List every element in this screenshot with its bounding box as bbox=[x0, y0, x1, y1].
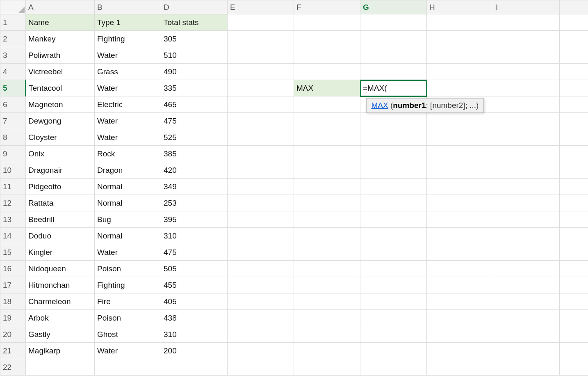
cell-B1[interactable]: Type 1 bbox=[95, 14, 161, 31]
cell-B11[interactable]: Normal bbox=[95, 179, 161, 195]
row-header-14[interactable]: 14 bbox=[0, 228, 26, 244]
cell-J7[interactable] bbox=[560, 113, 588, 129]
cell-J21[interactable] bbox=[560, 343, 588, 359]
cell-E19[interactable] bbox=[228, 310, 294, 326]
cell-A20[interactable]: Gastly bbox=[26, 326, 95, 343]
row-header-21[interactable]: 21 bbox=[0, 343, 26, 359]
cell-J19[interactable] bbox=[560, 310, 588, 326]
cell-H9[interactable] bbox=[427, 146, 493, 162]
cell-G20[interactable] bbox=[360, 326, 427, 343]
row-header-18[interactable]: 18 bbox=[0, 293, 26, 310]
cell-H4[interactable] bbox=[427, 64, 493, 80]
cell-J6[interactable] bbox=[560, 96, 588, 113]
row-header-20[interactable]: 20 bbox=[0, 326, 26, 343]
formula-signature-tooltip[interactable]: MAX (number1; [number2]; ...) bbox=[366, 98, 484, 113]
cell-J12[interactable] bbox=[560, 195, 588, 211]
cell-B4[interactable]: Grass bbox=[95, 64, 161, 80]
cell-D17[interactable]: 455 bbox=[161, 277, 228, 293]
cell-J16[interactable] bbox=[560, 261, 588, 277]
col-header-overflow[interactable] bbox=[560, 0, 588, 14]
cell-G17[interactable] bbox=[360, 277, 427, 293]
cell-F8[interactable] bbox=[294, 129, 360, 146]
row-header-10[interactable]: 10 bbox=[0, 162, 26, 179]
cell-A10[interactable]: Dragonair bbox=[26, 162, 95, 179]
cell-H7[interactable] bbox=[427, 113, 493, 129]
cell-H20[interactable] bbox=[427, 326, 493, 343]
cell-B7[interactable]: Water bbox=[95, 113, 161, 129]
tooltip-function-link[interactable]: MAX bbox=[371, 101, 388, 110]
row-header-13[interactable]: 13 bbox=[0, 211, 26, 228]
cell-D6[interactable]: 465 bbox=[161, 96, 228, 113]
cell-I16[interactable] bbox=[493, 261, 560, 277]
cell-I1[interactable] bbox=[493, 14, 560, 31]
cell-J10[interactable] bbox=[560, 162, 588, 179]
cell-A6[interactable]: Magneton bbox=[26, 96, 95, 113]
cell-A5[interactable]: Tentacool bbox=[26, 80, 95, 96]
row-header-7[interactable]: 7 bbox=[0, 113, 26, 129]
cell-D1[interactable]: Total stats bbox=[161, 14, 228, 31]
cell-I4[interactable] bbox=[493, 64, 560, 80]
cell-H2[interactable] bbox=[427, 31, 493, 47]
cell-G1[interactable] bbox=[360, 14, 427, 31]
cell-E15[interactable] bbox=[228, 244, 294, 261]
cell-G22[interactable] bbox=[360, 359, 427, 376]
cell-B16[interactable]: Poison bbox=[95, 261, 161, 277]
col-header-I[interactable]: I bbox=[493, 0, 560, 14]
cell-H13[interactable] bbox=[427, 211, 493, 228]
cell-J2[interactable] bbox=[560, 31, 588, 47]
cell-D2[interactable]: 305 bbox=[161, 31, 228, 47]
cell-G10[interactable] bbox=[360, 162, 427, 179]
cell-F7[interactable] bbox=[294, 113, 360, 129]
cell-D7[interactable]: 475 bbox=[161, 113, 228, 129]
cell-I12[interactable] bbox=[493, 195, 560, 211]
cell-G14[interactable] bbox=[360, 228, 427, 244]
cell-J22[interactable] bbox=[560, 359, 588, 376]
cell-A18[interactable]: Charmeleon bbox=[26, 293, 95, 310]
cell-J9[interactable] bbox=[560, 146, 588, 162]
cell-G5[interactable]: =MAX( bbox=[360, 80, 427, 96]
cell-E11[interactable] bbox=[228, 179, 294, 195]
cell-I10[interactable] bbox=[493, 162, 560, 179]
cell-A12[interactable]: Rattata bbox=[26, 195, 95, 211]
cell-H19[interactable] bbox=[427, 310, 493, 326]
cell-I18[interactable] bbox=[493, 293, 560, 310]
cell-I20[interactable] bbox=[493, 326, 560, 343]
cell-F1[interactable] bbox=[294, 14, 360, 31]
cell-B10[interactable]: Dragon bbox=[95, 162, 161, 179]
cell-J13[interactable] bbox=[560, 211, 588, 228]
cell-J20[interactable] bbox=[560, 326, 588, 343]
cell-A22[interactable] bbox=[26, 359, 95, 376]
row-header-22[interactable]: 22 bbox=[0, 359, 26, 376]
cell-E3[interactable] bbox=[228, 47, 294, 64]
cell-G8[interactable] bbox=[360, 129, 427, 146]
cell-J5[interactable] bbox=[560, 80, 588, 96]
col-header-D[interactable]: D bbox=[161, 0, 228, 14]
cell-I8[interactable] bbox=[493, 129, 560, 146]
cell-F11[interactable] bbox=[294, 179, 360, 195]
row-header-8[interactable]: 8 bbox=[0, 129, 26, 146]
cell-H17[interactable] bbox=[427, 277, 493, 293]
cell-I22[interactable] bbox=[493, 359, 560, 376]
cell-F22[interactable] bbox=[294, 359, 360, 376]
cell-D11[interactable]: 349 bbox=[161, 179, 228, 195]
cell-A15[interactable]: Kingler bbox=[26, 244, 95, 261]
row-header-9[interactable]: 9 bbox=[0, 146, 26, 162]
cell-B3[interactable]: Water bbox=[95, 47, 161, 64]
cell-I5[interactable] bbox=[493, 80, 560, 96]
cell-F10[interactable] bbox=[294, 162, 360, 179]
cell-D9[interactable]: 385 bbox=[161, 146, 228, 162]
row-header-19[interactable]: 19 bbox=[0, 310, 26, 326]
cell-B17[interactable]: Fighting bbox=[95, 277, 161, 293]
cell-H21[interactable] bbox=[427, 343, 493, 359]
cell-H8[interactable] bbox=[427, 129, 493, 146]
cell-H12[interactable] bbox=[427, 195, 493, 211]
cell-A16[interactable]: Nidoqueen bbox=[26, 261, 95, 277]
cell-A11[interactable]: Pidgeotto bbox=[26, 179, 95, 195]
cell-E8[interactable] bbox=[228, 129, 294, 146]
spreadsheet-grid[interactable]: A B D E F G H I 1 Name Type 1 Total stat… bbox=[0, 0, 588, 376]
cell-G19[interactable] bbox=[360, 310, 427, 326]
cell-E10[interactable] bbox=[228, 162, 294, 179]
cell-H14[interactable] bbox=[427, 228, 493, 244]
cell-A9[interactable]: Onix bbox=[26, 146, 95, 162]
cell-B14[interactable]: Normal bbox=[95, 228, 161, 244]
